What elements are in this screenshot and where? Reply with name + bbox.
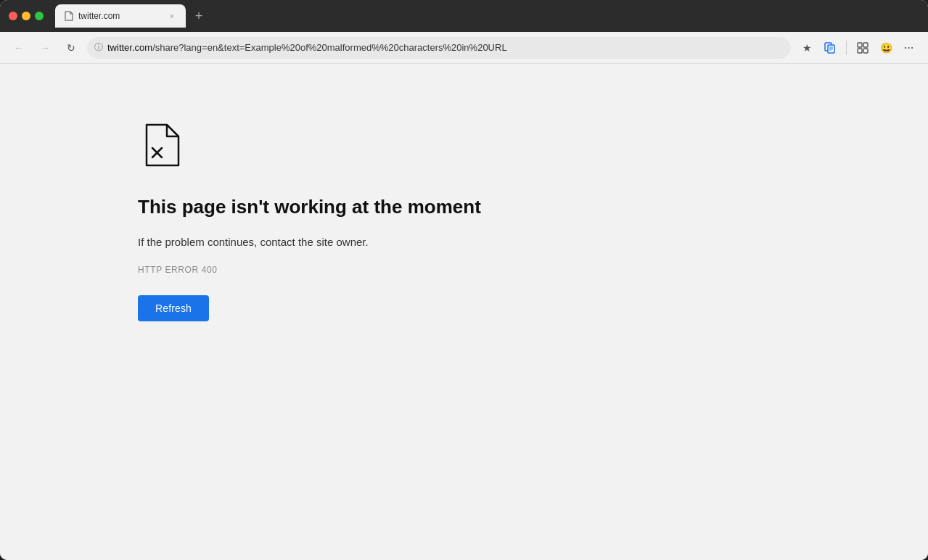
error-description: If the problem continues, contact the si… xyxy=(138,234,481,251)
bookmark-button[interactable]: ★ xyxy=(797,38,817,58)
svg-rect-5 xyxy=(858,43,862,47)
nav-bar: ← → ↻ ⓘ twitter.com/share?lang=en&text=E… xyxy=(0,32,928,64)
reading-list-icon xyxy=(824,42,836,54)
url-domain: twitter.com xyxy=(107,42,152,53)
reload-button[interactable]: ↻ xyxy=(61,38,81,58)
url-text: twitter.com/share?lang=en&text=Example%2… xyxy=(107,42,507,53)
reload-icon: ↻ xyxy=(67,42,75,54)
url-path: /share?lang=en&text=Example%20of%20malfo… xyxy=(152,42,507,53)
nav-actions: ★ 😀 xyxy=(797,38,919,58)
svg-rect-7 xyxy=(858,49,862,53)
info-icon: ⓘ xyxy=(94,41,103,54)
close-button[interactable] xyxy=(9,12,17,20)
tab-bar: twitter.com × + xyxy=(55,4,919,28)
emoji-button[interactable]: 😀 xyxy=(876,38,896,58)
extension-icon xyxy=(857,42,869,54)
more-options-button[interactable]: ··· xyxy=(899,38,919,58)
forward-icon: → xyxy=(40,42,50,54)
tab-title: twitter.com xyxy=(78,11,120,21)
refresh-button[interactable]: Refresh xyxy=(138,295,209,321)
toolbar-divider xyxy=(846,41,847,55)
browser-window: twitter.com × + ← → ↻ ⓘ twitter.com/shar… xyxy=(0,0,928,560)
emoji-icon: 😀 xyxy=(880,42,892,54)
browser-tab[interactable]: twitter.com × xyxy=(55,4,186,28)
error-title: This page isn't working at the moment xyxy=(138,195,481,220)
error-container: This page isn't working at the moment If… xyxy=(138,122,481,321)
tab-favicon-icon xyxy=(64,11,74,21)
minimize-button[interactable] xyxy=(22,12,30,20)
error-code: HTTP ERROR 400 xyxy=(138,265,481,275)
extensions-button[interactable] xyxy=(853,38,873,58)
back-button[interactable]: ← xyxy=(9,38,29,58)
back-icon: ← xyxy=(14,42,24,54)
bookmark-icon: ★ xyxy=(802,42,812,54)
tab-close-button[interactable]: × xyxy=(167,10,177,22)
page-content: This page isn't working at the moment If… xyxy=(0,64,928,560)
forward-button[interactable]: → xyxy=(35,38,55,58)
new-tab-button[interactable]: + xyxy=(189,6,209,26)
title-bar: twitter.com × + xyxy=(0,0,928,32)
file-error-icon xyxy=(138,122,185,169)
maximize-button[interactable] xyxy=(35,12,44,20)
reading-list-button[interactable] xyxy=(820,38,840,58)
svg-rect-6 xyxy=(863,43,868,47)
error-icon xyxy=(138,122,481,172)
address-bar[interactable]: ⓘ twitter.com/share?lang=en&text=Example… xyxy=(87,37,791,59)
svg-rect-8 xyxy=(863,49,868,53)
traffic-lights xyxy=(9,12,44,20)
more-options-icon: ··· xyxy=(904,42,914,53)
